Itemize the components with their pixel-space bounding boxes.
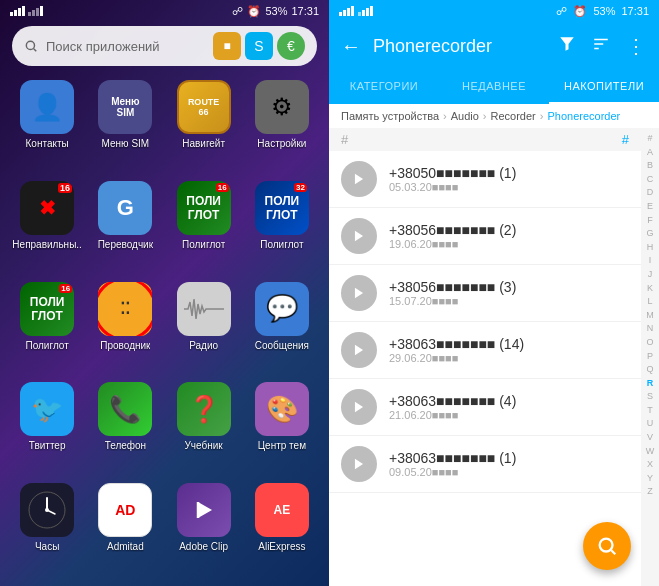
alpha-letter-h[interactable]: H — [647, 241, 654, 254]
alpha-letter-v[interactable]: V — [647, 431, 653, 444]
alphabet-index: #ABCDEFGHIJKLMNOPQRSTUVWXYZ — [641, 128, 659, 586]
alpha-letter-#[interactable]: # — [647, 132, 652, 145]
record-item[interactable]: +38056■■■■■■■ (3) 15.07.20■■■■ — [329, 265, 641, 322]
record-item[interactable]: +38063■■■■■■■ (14) 29.06.20■■■■ — [329, 322, 641, 379]
app-polyglot2-label: Полиглот — [260, 239, 303, 250]
alpha-letter-a[interactable]: A — [647, 146, 653, 159]
alpha-letter-n[interactable]: N — [647, 322, 654, 335]
record-play-icon — [341, 218, 377, 254]
app-messages[interactable]: 💬 Сообщения — [247, 282, 317, 375]
app-wrong[interactable]: 16 ✖ Неправильны.. — [12, 181, 82, 274]
alpha-letter-x[interactable]: X — [647, 458, 653, 471]
alpha-letter-s[interactable]: S — [647, 390, 653, 403]
alpha-letter-q[interactable]: Q — [646, 363, 653, 376]
app-translate[interactable]: G Переводчик — [90, 181, 160, 274]
app-polyglot2[interactable]: 32 ПОЛИГЛОТ Полиглот — [247, 181, 317, 274]
more-icon[interactable]: ⋮ — [626, 34, 647, 58]
app-adobeclip-label: Adobe Clip — [179, 541, 228, 552]
sort-icon[interactable] — [592, 35, 610, 58]
svg-marker-12 — [355, 174, 363, 185]
alpha-letter-b[interactable]: B — [647, 159, 653, 172]
tab-storage[interactable]: НАКОПИТЕЛИ — [549, 70, 659, 104]
app-contacts[interactable]: 👤 Контакты — [12, 80, 82, 173]
app-radio[interactable]: Радио — [169, 282, 239, 375]
svg-line-19 — [611, 550, 615, 554]
app-learn-label: Учебник — [185, 440, 223, 451]
alpha-letter-p[interactable]: P — [647, 350, 653, 363]
svg-line-1 — [34, 49, 37, 52]
record-number: +38063■■■■■■■ (1) — [389, 450, 629, 466]
alpha-letter-y[interactable]: Y — [647, 472, 653, 485]
app-settings[interactable]: ⚙ Настройки — [247, 80, 317, 173]
app-explorer[interactable]: ⁚⁚ Проводник — [90, 282, 160, 375]
alpha-letter-e[interactable]: E — [647, 200, 653, 213]
svg-marker-17 — [355, 459, 363, 470]
alpha-letter-j[interactable]: J — [648, 268, 653, 281]
app-grid: 👤 Контакты МенюSIM Меню SIM ROUTE66 Нави… — [0, 70, 329, 586]
record-item[interactable]: +38050■■■■■■■ (1) 05.03.20■■■■ — [329, 151, 641, 208]
breadcrumb-part-2[interactable]: Recorder — [491, 110, 536, 122]
record-item[interactable]: +38056■■■■■■■ (2) 19.06.20■■■■ — [329, 208, 641, 265]
alpha-letter-m[interactable]: M — [646, 309, 654, 322]
record-date: 21.06.20■■■■ — [389, 409, 629, 421]
app-shortcut-icon: ■ — [213, 32, 241, 60]
clock-icon: ⏰ — [247, 5, 261, 18]
alpha-letter-z[interactable]: Z — [647, 485, 653, 498]
breadcrumb-sep-1: › — [483, 110, 487, 122]
tab-recent[interactable]: НЕДАВНЕЕ — [439, 70, 549, 104]
alpha-letter-k[interactable]: K — [647, 282, 653, 295]
right-status-bar: ☍ ⏰ 53% 17:31 — [329, 0, 659, 22]
breadcrumb-part-3[interactable]: Phonerecorder — [547, 110, 620, 122]
app-clock[interactable]: Часы — [12, 483, 82, 576]
record-play-icon — [341, 389, 377, 425]
app-learn[interactable]: ❓ Учебник — [169, 382, 239, 475]
alpha-letter-t[interactable]: T — [647, 404, 653, 417]
breadcrumb-part-0[interactable]: Память устройства — [341, 110, 439, 122]
alpha-letter-c[interactable]: C — [647, 173, 654, 186]
breadcrumb-part-1[interactable]: Audio — [451, 110, 479, 122]
alpha-letter-l[interactable]: L — [647, 295, 652, 308]
alpha-letter-i[interactable]: I — [649, 254, 652, 267]
app-phone[interactable]: 📞 Телефон — [90, 382, 160, 475]
record-number: +38050■■■■■■■ (1) — [389, 165, 629, 181]
alpha-letter-o[interactable]: O — [646, 336, 653, 349]
record-number: +38056■■■■■■■ (2) — [389, 222, 629, 238]
skype-icon: S — [245, 32, 273, 60]
alpha-letter-f[interactable]: F — [647, 214, 653, 227]
app-polyglot1[interactable]: 16 ПОЛИГЛОТ Полиглот — [169, 181, 239, 274]
alpha-letter-r[interactable]: R — [647, 377, 654, 390]
bluetooth-icon: ☍ — [232, 5, 243, 18]
app-clock-label: Часы — [35, 541, 59, 552]
alpha-letter-w[interactable]: W — [646, 445, 655, 458]
svg-marker-14 — [355, 288, 363, 299]
alpha-letter-g[interactable]: G — [646, 227, 653, 240]
record-date: 19.06.20■■■■ — [389, 238, 629, 250]
record-number: +38063■■■■■■■ (4) — [389, 393, 629, 409]
breadcrumb-sep-0: › — [443, 110, 447, 122]
left-status-bar: ☍ ⏰ 53% 17:31 — [0, 0, 329, 22]
alpha-letter-d[interactable]: D — [647, 186, 654, 199]
right-status-right: ☍ ⏰ 53% 17:31 — [556, 5, 649, 18]
filter-icon[interactable] — [558, 35, 576, 58]
svg-marker-6 — [198, 502, 212, 518]
record-item[interactable]: +38063■■■■■■■ (4) 21.06.20■■■■ — [329, 379, 641, 436]
app-search-bar[interactable]: Поиск приложений ■ S € — [12, 26, 317, 66]
radio-waveform — [184, 294, 224, 324]
app-radio-label: Радио — [189, 340, 218, 351]
app-themes[interactable]: 🎨 Центр тем — [247, 382, 317, 475]
back-icon[interactable]: ← — [341, 35, 361, 58]
app-wrong-label: Неправильны.. — [12, 239, 82, 250]
record-item[interactable]: +38063■■■■■■■ (1) 09.05.20■■■■ — [329, 436, 641, 493]
app-aliexpress[interactable]: AE AliExpress — [247, 483, 317, 576]
app-sim[interactable]: МенюSIM Меню SIM — [90, 80, 160, 173]
app-admitad[interactable]: AD Admitad — [90, 483, 160, 576]
app-navi[interactable]: ROUTE66 Навигейт — [169, 80, 239, 173]
tab-categories[interactable]: КАТЕГОРИИ — [329, 70, 439, 104]
app-contacts-label: Контакты — [26, 138, 69, 149]
app-polyglot3[interactable]: 16 ПОЛИГЛОТ Полиглот — [12, 282, 82, 375]
right-bluetooth-icon: ☍ — [556, 5, 567, 18]
search-fab[interactable] — [583, 522, 631, 570]
alpha-letter-u[interactable]: U — [647, 417, 654, 430]
app-twitter[interactable]: 🐦 Твиттер — [12, 382, 82, 475]
app-adobeclip[interactable]: Adobe Clip — [169, 483, 239, 576]
